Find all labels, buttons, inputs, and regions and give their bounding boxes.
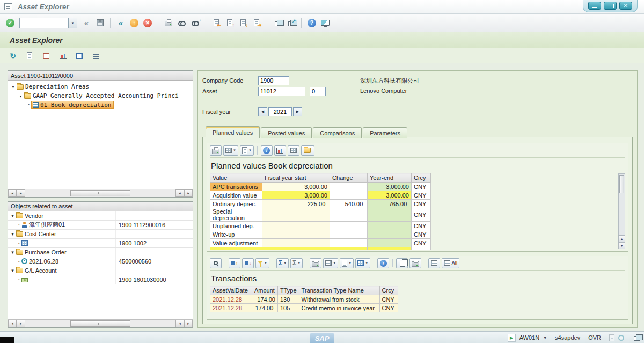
create-shortcut-button[interactable]: [285, 17, 297, 29]
scrollbar-track[interactable]: [26, 320, 175, 327]
transaction-type-name-cell[interactable]: Credit memo in invoice year: [299, 304, 379, 312]
expander-icon[interactable]: [10, 268, 16, 273]
object-group-purchase-order[interactable]: Purchase Order: [8, 248, 193, 257]
subtotal-button[interactable]: Σ: [290, 258, 303, 268]
value-cell[interactable]: Special depreciation: [210, 208, 262, 222]
company-code-input[interactable]: [258, 76, 289, 85]
amount-cell[interactable]: 174.00-: [252, 304, 278, 312]
currency-cell[interactable]: CNY: [412, 191, 431, 200]
fiscal-year-start-cell[interactable]: 2,775.00: [262, 247, 330, 250]
currency-cell[interactable]: CNY: [412, 183, 431, 191]
object-item-vendor[interactable]: 流年供应商01 1900 1112900016: [8, 221, 193, 230]
fiscal-year-start-cell[interactable]: 3,000.00: [262, 191, 330, 200]
tab-planned-values[interactable]: Planned values: [206, 126, 260, 138]
expander-icon[interactable]: [10, 231, 16, 237]
system-menu-icon[interactable]: [4, 3, 12, 10]
enter-button[interactable]: [4, 17, 16, 29]
currency-cell[interactable]: CNY: [412, 247, 431, 250]
last-page-button[interactable]: [251, 17, 262, 29]
back-button[interactable]: [115, 17, 127, 29]
year-end-cell[interactable]: [368, 222, 412, 230]
info-button[interactable]: i: [377, 258, 389, 268]
object-item-purchase-order[interactable]: 2021.06.28 4500000560: [8, 257, 193, 266]
change-cell[interactable]: [330, 208, 368, 222]
year-end-cell[interactable]: 2,235.00: [368, 247, 412, 250]
object-group-vendor[interactable]: Vendor: [8, 211, 193, 221]
ttype-cell[interactable]: 130: [278, 295, 299, 304]
grid-view-button[interactable]: [428, 258, 440, 268]
first-page-button[interactable]: [210, 17, 222, 29]
expander-icon[interactable]: [10, 84, 16, 90]
year-end-cell[interactable]: 3,000.00: [368, 191, 412, 200]
export-file-button[interactable]: [240, 145, 254, 156]
amount-cell[interactable]: 174.00: [252, 295, 278, 304]
tab-comparisons[interactable]: Comparisons: [313, 127, 362, 138]
column-header[interactable]: Value: [210, 173, 262, 183]
change-cell[interactable]: [330, 230, 368, 239]
object-group-cost-center[interactable]: Cost Center: [8, 230, 193, 239]
cancel-button[interactable]: [142, 17, 153, 29]
find-button[interactable]: [176, 17, 188, 29]
value-cell[interactable]: Acquisition value: [210, 191, 262, 200]
restore-button[interactable]: [604, 2, 617, 10]
save-button[interactable]: [94, 17, 106, 29]
export-button[interactable]: [301, 145, 314, 156]
graphic-button[interactable]: [274, 145, 286, 156]
find-next-button[interactable]: [189, 17, 201, 29]
scroll-down-button[interactable]: [618, 242, 625, 249]
value-cell[interactable]: Write-up: [210, 230, 262, 239]
object-group-gl-account[interactable]: G/L Account: [8, 266, 193, 275]
export-spreadsheet-button[interactable]: [323, 258, 338, 268]
depreciation-calculation-button[interactable]: [56, 50, 69, 62]
views-button[interactable]: [355, 258, 370, 268]
selected-tree-node[interactable]: 01 Book depreciation: [31, 101, 114, 109]
scroll-up-button[interactable]: [618, 235, 625, 242]
expander-icon[interactable]: [18, 93, 24, 99]
value-cell[interactable]: Unplanned dep.: [210, 222, 262, 230]
status-dropdown-icon[interactable]: [543, 336, 547, 340]
change-cell[interactable]: [330, 239, 368, 247]
column-header[interactable]: Crcy: [412, 173, 431, 183]
help-button[interactable]: [306, 17, 318, 29]
column-header[interactable]: Amount: [252, 286, 278, 295]
change-cell[interactable]: 540.00-: [330, 200, 368, 208]
fiscal-year-start-cell[interactable]: [262, 222, 330, 230]
collapse-command-button[interactable]: [80, 17, 92, 29]
sort-descending-button[interactable]: [242, 258, 254, 268]
minimize-button[interactable]: [588, 2, 601, 10]
change-cell[interactable]: 540.00-: [330, 247, 368, 250]
objects-hscrollbar[interactable]: [8, 319, 193, 327]
export-spreadsheet-button[interactable]: [223, 145, 238, 156]
column-header[interactable]: Fiscal year start: [262, 173, 330, 183]
expander-icon[interactable]: [10, 213, 16, 218]
copy-button[interactable]: [396, 258, 408, 268]
sort-ascending-button[interactable]: [229, 258, 240, 268]
print-button[interactable]: [163, 17, 174, 29]
call-up-reports-button[interactable]: [73, 50, 86, 62]
asset-val-date-cell[interactable]: 2021.12.28: [210, 304, 252, 312]
object-item-gl-account[interactable]: 1900 1601030000: [8, 275, 193, 284]
info-button[interactable]: i: [261, 145, 273, 156]
asset-subnumber-input[interactable]: [310, 87, 326, 96]
previous-year-button[interactable]: [258, 107, 267, 116]
planned-values-vscrollbar[interactable]: [618, 173, 625, 249]
exit-button[interactable]: [128, 17, 140, 29]
scroll-right-button[interactable]: [184, 189, 193, 197]
fiscal-year-start-cell[interactable]: 225.00-: [262, 200, 330, 208]
currency-cell[interactable]: CNY: [412, 208, 431, 222]
scroll-right-button[interactable]: [184, 320, 193, 327]
currency-cell[interactable]: CNY: [379, 295, 398, 304]
change-cell[interactable]: [330, 222, 368, 230]
print-preview-button[interactable]: [409, 258, 421, 268]
scroll-left-button[interactable]: [175, 320, 184, 327]
layout-icon[interactable]: [634, 336, 640, 341]
value-cell[interactable]: Ordinary deprec.: [210, 200, 262, 208]
filter-button[interactable]: [255, 258, 269, 268]
fiscal-year-start-cell[interactable]: 3,000.00: [262, 183, 330, 191]
transaction-type-name-cell[interactable]: Withdrawal from stock: [299, 295, 379, 304]
scrollbar-track[interactable]: [26, 189, 175, 197]
scroll-left-button[interactable]: [8, 189, 17, 197]
table-view-button[interactable]: [288, 145, 299, 156]
column-header[interactable]: AssetValDate: [210, 286, 252, 295]
currency-cell[interactable]: CNY: [412, 200, 431, 208]
